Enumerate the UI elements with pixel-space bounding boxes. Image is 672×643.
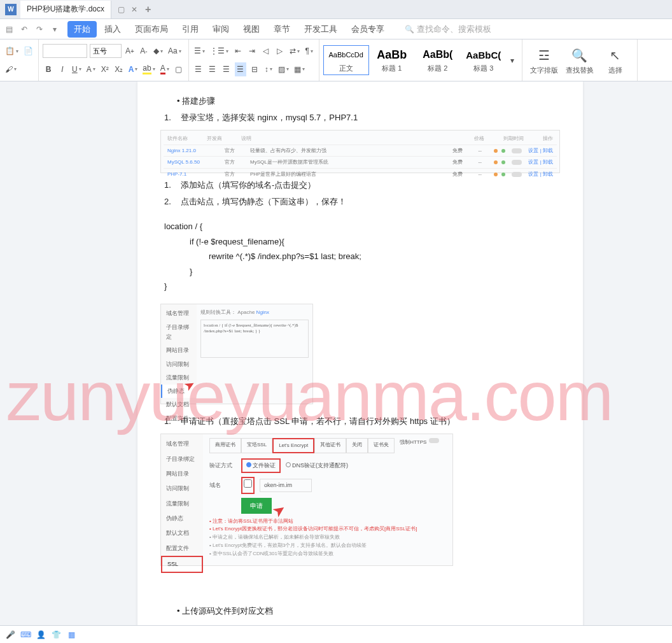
font-size-select[interactable]	[90, 44, 122, 58]
highlight-button[interactable]: ab	[141, 62, 156, 76]
code-block: location / { if (!-e $request_filename){…	[164, 219, 560, 293]
list-item-1: 1.登录宝塔，选择安装 nginx，mysql 5.7，PHP7.1	[164, 111, 560, 125]
qat-dropdown-icon[interactable]: ▾	[48, 23, 61, 36]
embedded-image-software-table: 软件名称开发商说明 价格到期时间 操作 Nginx 1.21.0官方轻量级、占有…	[160, 130, 560, 173]
status-bar: 🎤 ⌨ 👤 👕 ▦	[0, 625, 672, 643]
style-heading3[interactable]: AaBbC( 标题 3	[461, 45, 507, 75]
subscript-button[interactable]: X₂	[113, 62, 125, 76]
save-icon[interactable]: ▤	[3, 23, 15, 36]
italic-button[interactable]: I	[57, 62, 68, 76]
font-name-select[interactable]	[43, 44, 87, 58]
align-left-button[interactable]: ☰	[193, 62, 204, 76]
redo-icon[interactable]: ↷	[33, 23, 46, 36]
style-heading1[interactable]: AaBb 标题 1	[369, 45, 415, 75]
superscript-button[interactable]: X²	[99, 62, 111, 76]
indent-button[interactable]: ▷	[274, 44, 286, 58]
undo-icon[interactable]: ↶	[18, 23, 31, 36]
tab-filename: PHP秒U搭建教学.docx	[27, 4, 104, 15]
menu-review[interactable]: 审阅	[206, 21, 235, 38]
embedded-image-rewrite: 域名管理 子目录绑定 网站目录 访问限制 流量限制 伪静态 默认文档 配置文件 …	[160, 304, 313, 404]
strikethrough-button[interactable]: A	[85, 62, 97, 76]
ribbon-styles: AaBbCcDd 正文 AaBb 标题 1 AaBb( 标题 2 AaBbC( …	[319, 39, 522, 81]
layout-icon: ☲	[538, 48, 550, 63]
list-item-2: 1.添加站点（填写你的域名-点击提交）	[164, 178, 560, 192]
outdent-button[interactable]: ◁	[260, 44, 272, 58]
list-item-4: 1.申请证书（直接宝塔点击 SSL 申请，若不行，请自行对外购买 https 证…	[164, 414, 560, 428]
keyboard-icon[interactable]: ⌨	[20, 630, 31, 640]
document-page: 搭建步骤 1.登录宝塔，选择安装 nginx，mysql 5.7，PHP7.1 …	[137, 81, 583, 642]
select-button[interactable]: ↖ 选择	[598, 42, 633, 78]
menu-bar: ▤ ↶ ↷ ▾ 开始 插入 页面布局 引用 审阅 视图 章节 开发工具 会员专享…	[0, 19, 672, 39]
find-replace-button[interactable]: 🔍 查找替换	[562, 42, 598, 78]
align-center-button[interactable]: ☰	[207, 62, 218, 76]
ribbon-clipboard: 📋 📄 🖌	[0, 39, 39, 81]
bullet-1: 搭建步骤	[177, 94, 560, 108]
bullet-2: 上传源码文件到对应文档	[177, 604, 560, 618]
tab-button[interactable]: ⇄	[288, 44, 301, 58]
tab-popup-icon[interactable]: ▢	[118, 5, 125, 14]
format-painter-button[interactable]: 🖌	[4, 62, 18, 76]
line-spacing-button[interactable]: ↕	[263, 62, 274, 76]
ribbon: 📋 📄 🖌 A+ A- ◆ Aa B I U A X² X₂ A ab A ▢	[0, 39, 672, 81]
text-effects-button[interactable]: A	[127, 62, 139, 76]
menu-references[interactable]: 引用	[176, 21, 205, 38]
person-icon[interactable]: 👤	[36, 630, 46, 640]
apps-icon[interactable]: ▦	[66, 630, 76, 640]
text-layout-button[interactable]: ☲ 文字排版	[526, 42, 562, 78]
bullets-button[interactable]: ☰	[193, 44, 206, 58]
document-viewport[interactable]: zunyueyuanma.com 搭建步骤 1.登录宝塔，选择安装 nginx，…	[0, 81, 672, 643]
bold-button[interactable]: B	[43, 62, 54, 76]
decrease-indent-button[interactable]: ⇤	[232, 44, 244, 58]
new-tab-button[interactable]: +	[145, 4, 151, 15]
shirt-icon[interactable]: 👕	[51, 630, 61, 640]
document-tab[interactable]: PHP秒U搭建教学.docx	[20, 1, 111, 18]
style-normal[interactable]: AaBbCcDd 正文	[323, 45, 369, 75]
cursor-icon: ↖	[610, 48, 620, 63]
change-case-button[interactable]: Aa	[167, 44, 183, 58]
magnifier-icon: 🔍	[571, 48, 587, 63]
numbering-button[interactable]: ⋮☰	[209, 44, 230, 58]
distribute-button[interactable]: ⊟	[249, 62, 260, 76]
char-border-button[interactable]: ▢	[173, 62, 185, 76]
menu-start[interactable]: 开始	[67, 21, 97, 38]
menu-chapter[interactable]: 章节	[267, 21, 297, 38]
styles-more-icon[interactable]: ▾	[507, 53, 518, 67]
increase-indent-button[interactable]: ⇥	[246, 44, 258, 58]
align-justify-button[interactable]: ☰	[235, 62, 246, 76]
menu-devtools[interactable]: 开发工具	[298, 21, 344, 38]
show-marks-button[interactable]: ¶	[304, 44, 315, 58]
clear-format-button[interactable]: ◆	[152, 44, 164, 58]
menu-view[interactable]: 视图	[237, 21, 266, 38]
menu-insert[interactable]: 插入	[98, 21, 127, 38]
tab-actions: ▢ ✕	[118, 5, 137, 14]
menu-pagelayout[interactable]: 页面布局	[129, 21, 174, 38]
command-search[interactable]: 查找命令、搜索模板	[405, 24, 491, 35]
shading-button[interactable]: ▨	[277, 62, 290, 76]
copy-button[interactable]: 📄	[22, 44, 34, 58]
title-bar: W PHP秒U搭建教学.docx ▢ ✕ +	[0, 0, 672, 19]
paste-button[interactable]: 📋	[4, 44, 20, 58]
borders-button[interactable]: ▦	[293, 62, 306, 76]
list-item-3: 2.点击站点，填写伪静态（下面这串），保存！	[164, 195, 560, 209]
style-heading2[interactable]: AaBb( 标题 2	[415, 45, 461, 75]
app-icon: W	[5, 4, 17, 15]
ribbon-font: A+ A- ◆ Aa B I U A X² X₂ A ab A ▢	[39, 39, 189, 81]
font-color-button[interactable]: A	[159, 62, 171, 76]
mic-icon[interactable]: 🎤	[5, 630, 15, 640]
align-right-button[interactable]: ☰	[221, 62, 232, 76]
shrink-font-button[interactable]: A-	[138, 44, 150, 58]
tab-close-icon[interactable]: ✕	[131, 5, 137, 14]
grow-font-button[interactable]: A+	[124, 44, 136, 58]
ribbon-editing: ☲ 文字排版 🔍 查找替换 ↖ 选择	[522, 39, 638, 81]
ribbon-paragraph: ☰ ⋮☰ ⇤ ⇥ ◁ ▷ ⇄ ¶ ☰ ☰ ☰ ☰ ⊟ ↕ ▨ ▦	[189, 39, 319, 81]
underline-button[interactable]: U	[71, 62, 83, 76]
menu-member[interactable]: 会员专享	[345, 21, 391, 38]
embedded-image-ssl: 域名管理 子目录绑定 网站目录 访问限制 流量限制 伪静态 默认文档 配置文件 …	[160, 434, 453, 566]
quick-access-toolbar: ▤ ↶ ↷ ▾	[3, 23, 61, 36]
